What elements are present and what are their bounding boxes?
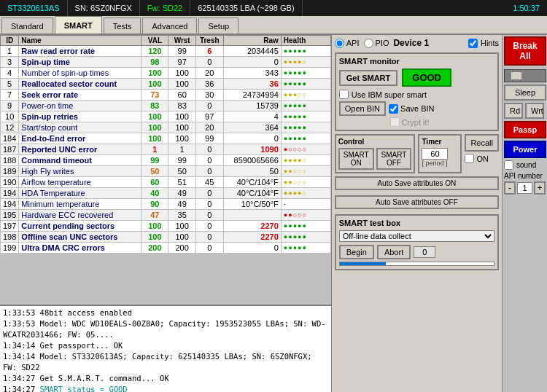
col-header-name: Name <box>19 36 141 46</box>
test-select[interactable]: Off-line data collect <box>339 230 494 242</box>
cell-health: ●●○○○ <box>281 210 330 221</box>
cell-health: ●●●●● <box>281 243 330 254</box>
cell-health: ●○○○○ <box>281 144 330 155</box>
cell-val: 100 <box>141 221 168 232</box>
cell-val: 120 <box>141 46 168 57</box>
col-header-raw: Raw <box>223 36 281 46</box>
cell-raw: 2270 <box>223 232 281 243</box>
pio-radio[interactable] <box>364 39 373 48</box>
slider-horizontal[interactable] <box>504 69 546 82</box>
table-row: 5 Reallocated sector count 100 100 36 36… <box>1 79 331 90</box>
auto-save-on-button[interactable]: Auto Save attributes ON <box>335 176 499 190</box>
cell-health: ●●●●○ <box>281 57 330 68</box>
hints-checkbox[interactable] <box>468 39 478 48</box>
auto-save-off-button[interactable]: Auto Save attributes OFF <box>335 195 499 209</box>
tab-smart[interactable]: SMART <box>55 16 102 34</box>
plus-button[interactable]: + <box>534 181 546 195</box>
cell-name: Start/stop count <box>19 122 141 133</box>
tab-advanced[interactable]: Advanced <box>142 17 197 34</box>
left-panel: ID Name VAL Wrst Tresh Raw Health 1 Raw … <box>0 35 332 392</box>
control-timer-row: Control SMARTON SMARTOFF Timer 60 [ peri… <box>335 134 499 173</box>
recall-button[interactable]: Recall <box>465 134 499 152</box>
cell-wrst: 200 <box>168 243 195 254</box>
sound-checkbox[interactable] <box>504 160 513 170</box>
cell-tresh: 6 <box>195 46 223 57</box>
cell-raw: 10°C/50°F <box>223 199 281 210</box>
cell-tresh: 30 <box>195 90 223 101</box>
save-bin-checkbox[interactable] <box>389 104 398 114</box>
wrt-button[interactable]: Wrt <box>525 103 544 119</box>
cell-wrst: 100 <box>168 79 195 90</box>
log-time: 1:34:27 <box>3 374 35 383</box>
api-radio[interactable] <box>335 39 344 48</box>
tab-tests[interactable]: Tests <box>104 17 141 34</box>
smart-monitor-title: SMART monitor <box>339 57 494 66</box>
smart-off-button[interactable]: SMARTOFF <box>376 148 412 170</box>
sound-row: sound <box>504 160 546 170</box>
begin-button[interactable]: Begin <box>339 245 374 259</box>
sleep-button[interactable]: Sleep <box>504 85 546 101</box>
slider-handle <box>511 71 522 80</box>
cell-val: 50 <box>141 166 168 177</box>
cell-id: 5 <box>1 79 19 90</box>
tab-standard[interactable]: Standard <box>1 17 53 34</box>
cell-id: 197 <box>1 221 19 232</box>
tab-setup[interactable]: Setup <box>198 17 238 34</box>
cell-raw: 40°C/104°F <box>223 188 281 199</box>
rd-button[interactable]: Rd <box>504 103 523 119</box>
progress-bar <box>339 262 494 266</box>
use-ibm-row: Use IBM super smart <box>339 90 494 99</box>
cell-health: ●●●●● <box>281 133 330 144</box>
cell-id: 184 <box>1 133 19 144</box>
open-bin-button[interactable]: Open BIN <box>339 101 386 116</box>
table-row: 9 Power-on time 83 83 0 15739 ●●●●● <box>1 101 331 111</box>
cell-name: Seek error rate <box>19 90 141 101</box>
log-line: 1:34:27 SMART status = GOOD <box>3 384 328 392</box>
table-row: 10 Spin-up retries 100 100 97 4 ●●●●● <box>1 111 331 122</box>
log-line: 1:34:14 Get passport... OK <box>3 340 328 351</box>
passp-button[interactable]: Passp <box>504 121 546 138</box>
cell-tresh: 45 <box>195 177 223 188</box>
use-ibm-checkbox[interactable] <box>339 90 349 99</box>
cell-name: Raw read error rate <box>19 46 141 57</box>
smart-on-button[interactable]: SMARTON <box>338 148 374 170</box>
table-row: 184 End-to-End error 100 100 99 0 ●●●●● <box>1 133 331 144</box>
log-text: 48bit access enabled <box>35 308 132 317</box>
cell-tresh: 0 <box>195 232 223 243</box>
cell-id: 187 <box>1 144 19 155</box>
abort-button[interactable]: Abort <box>377 245 411 259</box>
smart-monitor-box: SMART monitor Get SMART GOOD Use IBM sup… <box>335 52 499 131</box>
cell-val: 100 <box>141 122 168 133</box>
on-checkbox[interactable] <box>465 154 474 163</box>
timer-box: Timer 60 [ period ] <box>418 134 462 173</box>
get-smart-button[interactable]: Get SMART <box>339 70 398 86</box>
cell-health: ●●●●● <box>281 221 330 232</box>
log-text: Model: ST3320613AS; Capacity: 625140335 … <box>3 352 312 372</box>
good-button[interactable]: GOOD <box>402 68 451 87</box>
minus-button[interactable]: - <box>504 181 516 195</box>
cell-val: 100 <box>141 79 168 90</box>
cell-id: 9 <box>1 101 19 111</box>
cell-wrst: 99 <box>168 155 195 166</box>
cell-val: 60 <box>141 177 168 188</box>
power-button[interactable]: Power <box>504 141 546 158</box>
cell-tresh: 0 <box>195 166 223 177</box>
cell-name: Ultra DMA CRC errors <box>19 243 141 254</box>
cell-raw: 1090 <box>223 144 281 155</box>
test-bottom: Begin Abort 0 <box>339 245 494 259</box>
cell-name: Offline scan UNC sectors <box>19 232 141 243</box>
cell-raw: 50 <box>223 166 281 177</box>
cell-health: ●●●●● <box>281 46 330 57</box>
cell-id: 194 <box>1 188 19 199</box>
cell-val: 83 <box>141 101 168 111</box>
table-row: 189 High Fly writes 50 50 0 50 ●●○○○ <box>1 166 331 177</box>
log-text: Get passport... OK <box>35 341 123 350</box>
col-header-health: Health <box>281 36 330 46</box>
log-text: SMART status = GOOD <box>35 385 127 392</box>
break-all-button[interactable]: Break All <box>504 36 546 66</box>
table-row: 197 Current pending sectors 100 100 0 22… <box>1 221 331 232</box>
cell-id: 189 <box>1 166 19 177</box>
crypt-checkbox[interactable] <box>390 117 400 127</box>
cell-raw: 2034445 <box>223 46 281 57</box>
cell-tresh: 0 <box>195 221 223 232</box>
